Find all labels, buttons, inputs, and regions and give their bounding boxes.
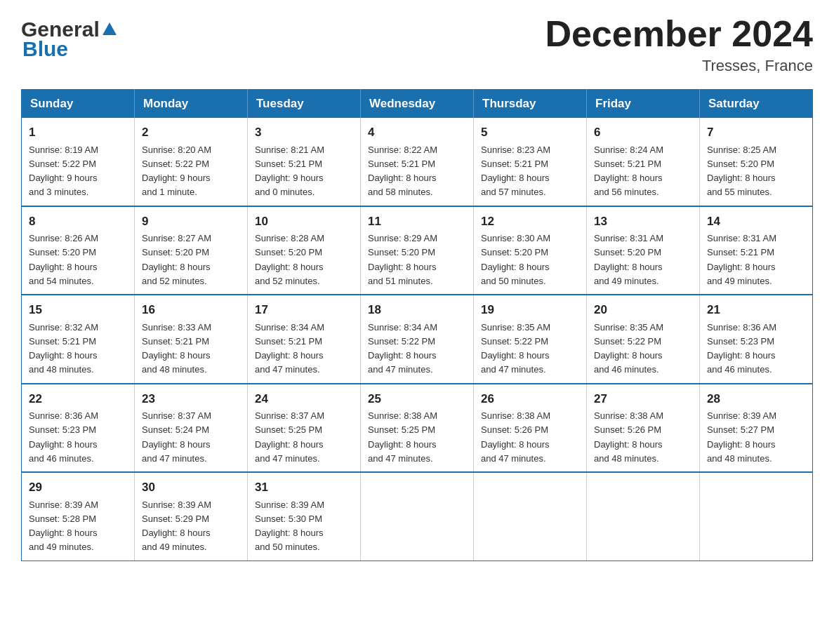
weekday-header-wednesday: Wednesday xyxy=(361,90,474,119)
calendar-week-3: 15 Sunrise: 8:32 AMSunset: 5:21 PMDaylig… xyxy=(22,295,813,384)
calendar-cell: 28 Sunrise: 8:39 AMSunset: 5:27 PMDaylig… xyxy=(700,384,813,473)
day-number: 17 xyxy=(255,301,353,319)
day-info: Sunrise: 8:38 AMSunset: 5:26 PMDaylight:… xyxy=(481,410,550,464)
day-info: Sunrise: 8:23 AMSunset: 5:21 PMDaylight:… xyxy=(481,145,550,198)
weekday-header-saturday: Saturday xyxy=(700,90,813,119)
day-number: 24 xyxy=(255,390,353,408)
day-info: Sunrise: 8:27 AMSunset: 5:20 PMDaylight:… xyxy=(142,233,211,286)
day-info: Sunrise: 8:39 AMSunset: 5:27 PMDaylight:… xyxy=(707,410,776,464)
title-section: December 2024 Tresses, France xyxy=(545,14,813,75)
weekday-header-row: SundayMondayTuesdayWednesdayThursdayFrid… xyxy=(22,90,813,119)
day-number: 22 xyxy=(29,390,127,408)
day-info: Sunrise: 8:21 AMSunset: 5:21 PMDaylight:… xyxy=(255,145,324,198)
day-number: 10 xyxy=(255,213,353,231)
day-number: 13 xyxy=(594,213,692,231)
day-info: Sunrise: 8:22 AMSunset: 5:21 PMDaylight:… xyxy=(368,145,437,198)
day-info: Sunrise: 8:37 AMSunset: 5:24 PMDaylight:… xyxy=(142,410,211,464)
calendar-cell: 29 Sunrise: 8:39 AMSunset: 5:28 PMDaylig… xyxy=(22,472,135,561)
calendar-cell xyxy=(587,472,700,561)
calendar-cell: 14 Sunrise: 8:31 AMSunset: 5:21 PMDaylig… xyxy=(700,206,813,295)
day-info: Sunrise: 8:36 AMSunset: 5:23 PMDaylight:… xyxy=(29,410,98,464)
day-info: Sunrise: 8:25 AMSunset: 5:20 PMDaylight:… xyxy=(707,145,776,198)
day-number: 20 xyxy=(594,301,692,319)
weekday-header-tuesday: Tuesday xyxy=(248,90,361,119)
day-info: Sunrise: 8:31 AMSunset: 5:20 PMDaylight:… xyxy=(594,233,663,286)
calendar-cell: 31 Sunrise: 8:39 AMSunset: 5:30 PMDaylig… xyxy=(248,472,361,561)
day-info: Sunrise: 8:39 AMSunset: 5:29 PMDaylight:… xyxy=(142,499,211,553)
day-number: 11 xyxy=(368,213,466,231)
calendar-cell: 25 Sunrise: 8:38 AMSunset: 5:25 PMDaylig… xyxy=(361,384,474,473)
calendar-cell: 24 Sunrise: 8:37 AMSunset: 5:25 PMDaylig… xyxy=(248,384,361,473)
calendar-cell: 16 Sunrise: 8:33 AMSunset: 5:21 PMDaylig… xyxy=(135,295,248,384)
calendar-cell: 12 Sunrise: 8:30 AMSunset: 5:20 PMDaylig… xyxy=(474,206,587,295)
logo-blue-text: Blue xyxy=(22,37,68,61)
day-info: Sunrise: 8:35 AMSunset: 5:22 PMDaylight:… xyxy=(481,322,550,375)
day-info: Sunrise: 8:35 AMSunset: 5:22 PMDaylight:… xyxy=(594,322,663,375)
calendar-cell: 3 Sunrise: 8:21 AMSunset: 5:21 PMDayligh… xyxy=(248,118,361,206)
calendar-cell: 26 Sunrise: 8:38 AMSunset: 5:26 PMDaylig… xyxy=(474,384,587,473)
calendar-cell: 9 Sunrise: 8:27 AMSunset: 5:20 PMDayligh… xyxy=(135,206,248,295)
calendar-cell: 13 Sunrise: 8:31 AMSunset: 5:20 PMDaylig… xyxy=(587,206,700,295)
calendar-cell: 20 Sunrise: 8:35 AMSunset: 5:22 PMDaylig… xyxy=(587,295,700,384)
day-number: 16 xyxy=(142,301,240,319)
day-number: 6 xyxy=(594,123,692,142)
day-info: Sunrise: 8:34 AMSunset: 5:21 PMDaylight:… xyxy=(255,322,324,375)
day-number: 2 xyxy=(142,123,240,142)
day-number: 4 xyxy=(368,123,466,142)
day-info: Sunrise: 8:30 AMSunset: 5:20 PMDaylight:… xyxy=(481,233,550,286)
day-number: 9 xyxy=(142,213,240,231)
calendar-cell xyxy=(474,472,587,561)
day-number: 14 xyxy=(707,213,805,231)
day-info: Sunrise: 8:39 AMSunset: 5:28 PMDaylight:… xyxy=(29,499,98,553)
calendar-cell: 6 Sunrise: 8:24 AMSunset: 5:21 PMDayligh… xyxy=(587,118,700,206)
calendar-cell: 17 Sunrise: 8:34 AMSunset: 5:21 PMDaylig… xyxy=(248,295,361,384)
day-number: 12 xyxy=(481,213,579,231)
weekday-header-sunday: Sunday xyxy=(22,90,135,119)
day-info: Sunrise: 8:20 AMSunset: 5:22 PMDaylight:… xyxy=(142,145,211,198)
calendar-week-4: 22 Sunrise: 8:36 AMSunset: 5:23 PMDaylig… xyxy=(22,384,813,473)
calendar-week-5: 29 Sunrise: 8:39 AMSunset: 5:28 PMDaylig… xyxy=(22,472,813,561)
day-number: 5 xyxy=(481,123,579,142)
location-text: Tresses, France xyxy=(545,57,813,75)
calendar-cell: 15 Sunrise: 8:32 AMSunset: 5:21 PMDaylig… xyxy=(22,295,135,384)
calendar-cell: 21 Sunrise: 8:36 AMSunset: 5:23 PMDaylig… xyxy=(700,295,813,384)
day-info: Sunrise: 8:33 AMSunset: 5:21 PMDaylight:… xyxy=(142,322,211,375)
calendar-week-2: 8 Sunrise: 8:26 AMSunset: 5:20 PMDayligh… xyxy=(22,206,813,295)
day-number: 28 xyxy=(707,390,805,408)
calendar-cell xyxy=(700,472,813,561)
day-info: Sunrise: 8:36 AMSunset: 5:23 PMDaylight:… xyxy=(707,322,776,375)
day-info: Sunrise: 8:19 AMSunset: 5:22 PMDaylight:… xyxy=(29,145,98,198)
calendar-table: SundayMondayTuesdayWednesdayThursdayFrid… xyxy=(21,89,813,561)
day-info: Sunrise: 8:38 AMSunset: 5:25 PMDaylight:… xyxy=(368,410,437,464)
day-number: 27 xyxy=(594,390,692,408)
day-number: 30 xyxy=(142,478,240,497)
calendar-cell: 22 Sunrise: 8:36 AMSunset: 5:23 PMDaylig… xyxy=(22,384,135,473)
calendar-week-1: 1 Sunrise: 8:19 AMSunset: 5:22 PMDayligh… xyxy=(22,118,813,206)
day-number: 19 xyxy=(481,301,579,319)
calendar-cell: 4 Sunrise: 8:22 AMSunset: 5:21 PMDayligh… xyxy=(361,118,474,206)
day-number: 31 xyxy=(255,478,353,497)
calendar-cell: 18 Sunrise: 8:34 AMSunset: 5:22 PMDaylig… xyxy=(361,295,474,384)
day-number: 1 xyxy=(29,123,127,142)
day-info: Sunrise: 8:34 AMSunset: 5:22 PMDaylight:… xyxy=(368,322,437,375)
calendar-cell xyxy=(361,472,474,561)
calendar-cell: 23 Sunrise: 8:37 AMSunset: 5:24 PMDaylig… xyxy=(135,384,248,473)
page-header: General Blue December 2024 Tresses, Fran… xyxy=(21,14,813,75)
calendar-cell: 27 Sunrise: 8:38 AMSunset: 5:26 PMDaylig… xyxy=(587,384,700,473)
day-number: 8 xyxy=(29,213,127,231)
day-number: 26 xyxy=(481,390,579,408)
calendar-cell: 8 Sunrise: 8:26 AMSunset: 5:20 PMDayligh… xyxy=(22,206,135,295)
weekday-header-thursday: Thursday xyxy=(474,90,587,119)
calendar-cell: 1 Sunrise: 8:19 AMSunset: 5:22 PMDayligh… xyxy=(22,118,135,206)
weekday-header-monday: Monday xyxy=(135,90,248,119)
day-info: Sunrise: 8:32 AMSunset: 5:21 PMDaylight:… xyxy=(29,322,98,375)
day-info: Sunrise: 8:28 AMSunset: 5:20 PMDaylight:… xyxy=(255,233,324,286)
day-number: 3 xyxy=(255,123,353,142)
weekday-header-friday: Friday xyxy=(587,90,700,119)
calendar-cell: 7 Sunrise: 8:25 AMSunset: 5:20 PMDayligh… xyxy=(700,118,813,206)
day-number: 18 xyxy=(368,301,466,319)
logo: General Blue xyxy=(21,14,117,61)
calendar-cell: 2 Sunrise: 8:20 AMSunset: 5:22 PMDayligh… xyxy=(135,118,248,206)
calendar-cell: 30 Sunrise: 8:39 AMSunset: 5:29 PMDaylig… xyxy=(135,472,248,561)
day-info: Sunrise: 8:38 AMSunset: 5:26 PMDaylight:… xyxy=(594,410,663,464)
